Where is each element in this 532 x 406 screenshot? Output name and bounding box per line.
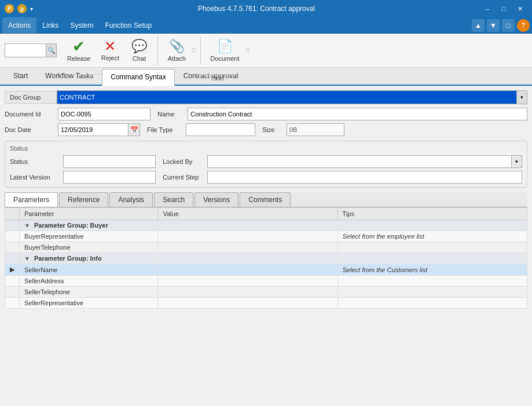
document-button[interactable]: 📄 Document (206, 36, 244, 64)
row-buyer-rep-value[interactable] (158, 231, 337, 242)
title-bar-left: P p ▾ (5, 4, 33, 13)
file-type-label: File Type (147, 126, 179, 133)
status-input[interactable] (63, 155, 156, 168)
release-button[interactable]: ✔ Release (63, 36, 95, 64)
chat-label: Chat (133, 55, 146, 62)
menu-system[interactable]: System (64, 17, 99, 33)
toolbar: 🔍 ✔ Release ✕ Reject 💬 Chat 📎 Attach ◻ 📄 (0, 34, 532, 68)
search-box[interactable]: 🔍 (5, 43, 57, 57)
group-info-label: ▼ Parameter Group: Info (20, 253, 527, 264)
tools-group-label: Tools (197, 74, 237, 82)
row-seller-name-arrow: ▶ (5, 264, 20, 276)
latest-version-input[interactable] (63, 171, 156, 184)
doc-group-dropdown[interactable]: ▾ (516, 91, 527, 104)
row-buyer-rep-arrow (5, 231, 20, 242)
size-input[interactable]: 0B (287, 123, 344, 136)
buyer-tel-input[interactable] (163, 244, 332, 251)
locked-by-input[interactable] (208, 156, 511, 167)
col-value: Value (158, 208, 337, 220)
tab-reference[interactable]: Reference (59, 192, 108, 207)
row-seller-tel-tip (337, 287, 527, 298)
locked-by-dropdown[interactable]: ▾ (511, 156, 522, 167)
doc-id-name-row: Document Id DOC-0095 Name Construction C… (5, 108, 527, 120)
close-button[interactable]: ✕ (512, 3, 527, 14)
menu-window-btn[interactable]: □ (502, 19, 515, 32)
status-section-title: Status (10, 145, 522, 152)
menu-right-area: ▲ ▼ □ ? (472, 17, 530, 33)
menu-help-btn[interactable]: ? (517, 19, 530, 32)
col-arrow (5, 208, 20, 220)
doc-group-input[interactable]: CONTRACT (57, 91, 516, 104)
current-step-input[interactable] (207, 171, 522, 184)
seller-addr-input[interactable] (163, 277, 332, 284)
date-picker-button[interactable]: 📅 (128, 124, 140, 136)
row-seller-rep-value[interactable] (158, 298, 337, 309)
chat-button[interactable]: 💬 Chat (125, 36, 153, 64)
row-seller-rep-arrow (5, 298, 20, 309)
row-seller-addr-tip (337, 276, 527, 287)
maximize-button[interactable]: □ (496, 3, 511, 14)
reject-icon: ✕ (104, 39, 116, 53)
group-info-arrow-cell (5, 253, 20, 264)
tab-start[interactable]: Start (5, 68, 36, 85)
row-seller-tel-value[interactable] (158, 287, 337, 298)
attach-button[interactable]: 📎 Attach (163, 36, 190, 64)
release-label: Release (67, 55, 90, 62)
search-button[interactable]: 🔍 (46, 44, 56, 57)
group-buyer-label: ▼ Parameter Group: Buyer (20, 220, 527, 231)
attach-label: Attach (168, 55, 186, 62)
row-seller-addr-value[interactable] (158, 276, 337, 287)
name-input[interactable]: Construction Contract (188, 108, 527, 120)
doc-id-label: Document Id (5, 111, 51, 118)
row-seller-addr-param: SellerAddress (20, 276, 158, 287)
param-tabs: Parameters Reference Analysis Search Ver… (5, 192, 527, 207)
tab-parameters[interactable]: Parameters (5, 192, 58, 207)
doc-group-label: Doc Group (5, 91, 57, 104)
table-row: ▶ SellerName Select from the Customers l… (5, 264, 527, 276)
tab-command-syntax[interactable]: Command Syntax (102, 69, 174, 86)
tools-expand[interactable]: ◻ (245, 47, 250, 53)
group-info: ▼ Parameter Group: Info (5, 253, 527, 264)
menu-actions[interactable]: Actions (2, 17, 36, 33)
tab-comments[interactable]: Comments (240, 192, 291, 207)
tab-analysis[interactable]: Analysis (109, 192, 153, 207)
table-row: SellerRepresentative (5, 298, 527, 309)
doc-group-row: Doc Group CONTRACT ▾ (5, 90, 527, 104)
row-buyer-tel-tip (337, 242, 527, 253)
doc-id-input[interactable]: DOC-0095 (58, 108, 151, 120)
tab-versions[interactable]: Versions (195, 192, 239, 207)
menu-scroll-down[interactable]: ▼ (487, 19, 500, 32)
toolbar-separator-2 (200, 36, 201, 65)
tab-search[interactable]: Search (154, 192, 193, 207)
menu-function-setup[interactable]: Function Setup (99, 17, 157, 33)
file-type-input[interactable] (186, 123, 255, 136)
row-seller-rep-param: SellerRepresentative (20, 298, 158, 309)
minimize-button[interactable]: – (480, 3, 495, 14)
row-seller-name-param: SellerName (20, 264, 158, 276)
row-buyer-rep-tip: Select from the employee list (337, 231, 527, 242)
row-seller-addr-arrow (5, 276, 20, 287)
search-input[interactable] (5, 44, 46, 57)
col-tips: Tips (337, 208, 527, 220)
group-info-icon: ▼ (24, 255, 30, 262)
row-buyer-rep-param: BuyerRepresentative (20, 231, 158, 242)
buyer-rep-input[interactable] (163, 233, 332, 240)
doc-date-input[interactable]: 12/05/2019 (58, 124, 128, 136)
title-bar: P p ▾ Phoebus 4.7.5.761: Contract approv… (0, 0, 532, 17)
row-seller-name-value[interactable] (158, 264, 337, 276)
version-row: Latest Version Current Step (10, 171, 522, 184)
reject-button[interactable]: ✕ Reject (96, 37, 124, 64)
window-controls: – □ ✕ (480, 3, 527, 14)
menu-scroll-up[interactable]: ▲ (472, 19, 485, 32)
menu-links[interactable]: Links (36, 17, 64, 33)
seller-name-input[interactable] (163, 266, 332, 273)
param-table-area: Parameter Value Tips ▼ Parameter Group: … (5, 207, 527, 401)
param-table: Parameter Value Tips ▼ Parameter Group: … (5, 207, 527, 309)
row-seller-rep-tip (337, 298, 527, 309)
table-row: BuyerRepresentative Select from the empl… (5, 231, 527, 242)
doc-date-row: Doc Date 12/05/2019 📅 File Type Size 0B (5, 123, 527, 136)
row-buyer-tel-value[interactable] (158, 242, 337, 253)
col-parameter: Parameter (20, 208, 158, 220)
seller-tel-input[interactable] (163, 288, 332, 295)
seller-rep-input[interactable] (163, 299, 332, 306)
